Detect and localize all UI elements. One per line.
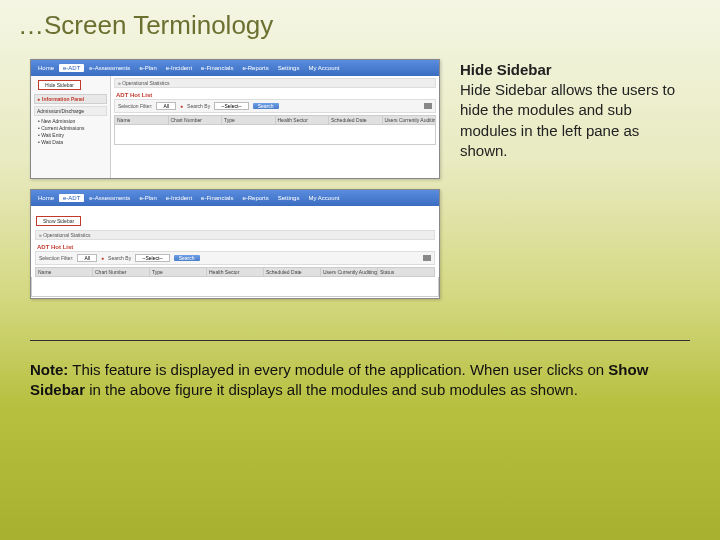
col-header[interactable]: Users Currently Auditing xyxy=(321,268,378,276)
filter-label: Selection Filter: xyxy=(118,103,152,109)
grid-header: Name Chart Number Type Health Sector Sch… xyxy=(35,267,435,277)
main-pane-a: » Operational Statistics ADT Hot List Se… xyxy=(111,76,439,178)
filter-select[interactable]: All xyxy=(77,254,97,262)
search-by-select[interactable]: --Select-- xyxy=(135,254,170,262)
menu-item[interactable]: Home xyxy=(34,64,58,72)
dot-icon: ● xyxy=(101,255,104,261)
note-block: Note: This feature is displayed in every… xyxy=(30,360,690,401)
menubar-a: Home e-ADT e-Assessments e-Plan e-Incide… xyxy=(31,60,439,76)
screenshot-without-sidebar: Home e-ADT e-Assessments e-Plan e-Incide… xyxy=(30,189,440,299)
section-bar: » Operational Statistics xyxy=(114,78,436,88)
col-header[interactable]: Chart Number xyxy=(169,116,223,124)
menubar-b: Home e-ADT e-Assessments e-Plan e-Incide… xyxy=(31,190,439,206)
menu-item[interactable]: e-ADT xyxy=(59,64,84,72)
sidebar-link[interactable]: Wait Data xyxy=(38,138,107,145)
screenshot-with-sidebar: Home e-ADT e-Assessments e-Plan e-Incide… xyxy=(30,59,440,179)
sidebar-subsection[interactable]: Admission/Discharge xyxy=(34,106,107,116)
desc-body: Hide Sidebar allows the users to hide th… xyxy=(460,80,690,161)
menu-item[interactable]: e-Plan xyxy=(135,194,160,202)
menu-item[interactable]: Settings xyxy=(274,64,304,72)
search-button[interactable]: Search xyxy=(253,103,279,109)
main-pane-b: Show Sidebar » Operational Statistics AD… xyxy=(31,206,439,298)
col-header[interactable]: Type xyxy=(150,268,207,276)
search-by-select[interactable]: --Select-- xyxy=(214,102,249,110)
dot-icon: ● xyxy=(180,103,183,109)
sidebar-section-header[interactable]: Information Panel xyxy=(34,94,107,104)
screenshots-column: Home e-ADT e-Assessments e-Plan e-Incide… xyxy=(30,59,440,309)
divider xyxy=(30,340,690,341)
sidebar-link[interactable]: Wait Entry xyxy=(38,131,107,138)
filter-row: Selection Filter: All ● Search By --Sele… xyxy=(114,99,436,113)
col-header[interactable]: Health Sector xyxy=(276,116,330,124)
page-title: …Screen Terminology xyxy=(0,0,720,41)
menu-item[interactable]: e-Assessments xyxy=(85,64,134,72)
search-by-label: Search By xyxy=(108,255,131,261)
menu-item[interactable]: e-Assessments xyxy=(85,194,134,202)
col-header[interactable]: Scheduled Date xyxy=(264,268,321,276)
filter-row: Selection Filter: All ● Search By --Sele… xyxy=(35,251,435,265)
menu-item[interactable]: Home xyxy=(34,194,58,202)
col-header[interactable]: Chart Number xyxy=(93,268,150,276)
menu-item[interactable]: Settings xyxy=(274,194,304,202)
sidebar: Hide Sidebar Information Panel Admission… xyxy=(31,76,111,178)
col-header[interactable]: Name xyxy=(115,116,169,124)
filter-label: Selection Filter: xyxy=(39,255,73,261)
menu-item[interactable]: e-Incident xyxy=(162,64,196,72)
grid-body xyxy=(31,277,439,297)
filter-select[interactable]: All xyxy=(156,102,176,110)
col-header[interactable]: Type xyxy=(222,116,276,124)
menu-item[interactable]: e-Financials xyxy=(197,194,237,202)
grid-header: Name Chart Number Type Health Sector Sch… xyxy=(114,115,436,125)
menu-item[interactable]: e-Plan xyxy=(135,64,160,72)
menu-item[interactable]: e-Reports xyxy=(238,64,272,72)
col-header[interactable]: Health Sector xyxy=(207,268,264,276)
menu-item[interactable]: e-Reports xyxy=(238,194,272,202)
col-header[interactable]: Users Currently Auditing xyxy=(383,116,436,124)
search-by-label: Search By xyxy=(187,103,210,109)
desc-heading: Hide Sidebar xyxy=(460,61,690,78)
show-sidebar-button[interactable]: Show Sidebar xyxy=(36,216,81,226)
note-label: Note: xyxy=(30,361,68,378)
menu-item[interactable]: e-Incident xyxy=(162,194,196,202)
hotlist-title: ADT Hot List xyxy=(114,91,436,99)
search-button[interactable]: Search xyxy=(174,255,200,261)
note-text-2: in the above figure it displays all the … xyxy=(85,381,578,398)
grid-body xyxy=(114,125,436,145)
print-icon[interactable] xyxy=(423,255,431,261)
col-header[interactable]: Status xyxy=(378,268,434,276)
menu-item[interactable]: e-Financials xyxy=(197,64,237,72)
sidebar-link[interactable]: New Admission xyxy=(38,117,107,124)
menu-item[interactable]: My Account xyxy=(304,64,343,72)
sidebar-link[interactable]: Current Admissions xyxy=(38,124,107,131)
note-text-1: This feature is displayed in every modul… xyxy=(68,361,608,378)
description-column: Hide Sidebar Hide Sidebar allows the use… xyxy=(460,59,690,309)
hotlist-title: ADT Hot List xyxy=(35,243,435,251)
section-bar: » Operational Statistics xyxy=(35,230,435,240)
col-header[interactable]: Scheduled Date xyxy=(329,116,383,124)
hide-sidebar-button[interactable]: Hide Sidebar xyxy=(38,80,81,90)
print-icon[interactable] xyxy=(424,103,432,109)
col-header[interactable]: Name xyxy=(36,268,93,276)
menu-item[interactable]: e-ADT xyxy=(59,194,84,202)
menu-item[interactable]: My Account xyxy=(304,194,343,202)
